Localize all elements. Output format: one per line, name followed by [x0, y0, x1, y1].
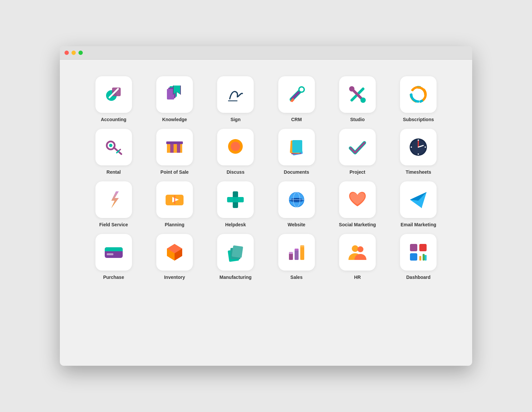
pos-label: Point of Sale — [161, 169, 189, 175]
svg-rect-49 — [227, 197, 244, 202]
svg-rect-78 — [410, 244, 417, 251]
accounting-icon — [95, 76, 132, 113]
sign-label: Sign — [230, 117, 240, 122]
app-documents[interactable]: Documents — [269, 129, 324, 175]
svg-rect-73 — [289, 252, 293, 254]
svg-rect-79 — [419, 244, 427, 251]
maximize-button[interactable] — [78, 51, 83, 55]
traffic-lights — [65, 51, 83, 55]
svg-rect-74 — [295, 249, 299, 251]
app-crm[interactable]: CRM — [269, 76, 324, 122]
close-button[interactable] — [65, 51, 69, 55]
svg-rect-80 — [410, 253, 417, 261]
app-timesheets[interactable]: Timesheets — [391, 129, 446, 175]
subscriptions-icon — [400, 76, 437, 113]
app-field-service[interactable]: Field Service — [86, 181, 141, 227]
email-marketing-label: Email Marketing — [401, 222, 436, 227]
svg-rect-81 — [419, 256, 421, 261]
app-hr[interactable]: HR — [330, 234, 384, 280]
planning-icon — [156, 181, 193, 218]
timesheets-icon — [400, 129, 437, 165]
field-service-icon — [95, 181, 132, 218]
svg-rect-70 — [289, 253, 293, 260]
manufacturing-label: Manufacturing — [219, 275, 251, 280]
subscriptions-label: Subscriptions — [403, 117, 434, 122]
svg-point-76 — [352, 245, 358, 252]
hr-icon — [339, 234, 376, 271]
app-project[interactable]: Project — [330, 129, 384, 175]
app-sign[interactable]: Sign — [208, 76, 263, 122]
svg-rect-83 — [425, 255, 427, 261]
svg-rect-25 — [180, 143, 182, 153]
pos-icon — [156, 129, 193, 165]
svg-point-28 — [231, 142, 240, 151]
sales-icon — [278, 234, 315, 271]
project-icon — [339, 129, 376, 165]
app-website[interactable]: Website — [269, 181, 324, 227]
app-social-marketing[interactable]: Social Marketing — [330, 181, 384, 227]
planning-label: Planning — [165, 222, 184, 227]
discuss-icon — [217, 129, 254, 165]
discuss-label: Discuss — [226, 169, 244, 175]
app-subscriptions[interactable]: Subscriptions — [391, 76, 446, 122]
crm-label: CRM — [291, 117, 302, 122]
minimize-button[interactable] — [71, 51, 76, 55]
website-label: Website — [288, 222, 305, 227]
svg-marker-42 — [111, 191, 119, 208]
app-purchase[interactable]: Purchase — [86, 234, 141, 280]
svg-point-40 — [425, 146, 426, 148]
inventory-icon — [156, 234, 193, 271]
app-knowledge[interactable]: Knowledge — [147, 76, 201, 122]
app-inventory[interactable]: Inventory — [147, 234, 201, 280]
app-grid: Accounting Knowledge — [60, 60, 472, 297]
svg-rect-62 — [107, 253, 113, 255]
purchase-icon — [95, 234, 132, 271]
sign-icon — [217, 76, 254, 113]
svg-point-37 — [418, 139, 419, 141]
dashboard-label: Dashboard — [406, 275, 431, 280]
svg-point-11 — [349, 86, 354, 92]
app-sales[interactable]: Sales — [269, 234, 324, 280]
purchase-label: Purchase — [103, 275, 124, 280]
app-helpdesk[interactable]: Helpdesk — [208, 181, 263, 227]
knowledge-icon — [156, 76, 193, 113]
svg-rect-1 — [112, 88, 121, 96]
app-studio[interactable]: Studio — [330, 76, 384, 122]
knowledge-label: Knowledge — [162, 117, 187, 122]
main-window: Accounting Knowledge — [60, 46, 472, 366]
sales-label: Sales — [290, 275, 303, 280]
documents-icon — [278, 129, 315, 165]
rental-label: Rental — [106, 169, 121, 175]
timesheets-label: Timesheets — [406, 169, 431, 175]
svg-point-8 — [300, 88, 304, 92]
app-accounting[interactable]: Accounting — [86, 76, 141, 122]
svg-point-77 — [357, 246, 363, 252]
svg-rect-32 — [292, 140, 302, 153]
helpdesk-icon — [217, 181, 254, 218]
app-email-marketing[interactable]: Email Marketing — [391, 181, 446, 227]
accounting-label: Accounting — [101, 117, 126, 122]
svg-point-39 — [411, 146, 412, 148]
rental-icon — [95, 129, 132, 165]
svg-line-16 — [114, 147, 121, 154]
app-dashboard[interactable]: Dashboard — [391, 234, 446, 280]
app-manufacturing[interactable]: Manufacturing — [208, 234, 263, 280]
manufacturing-icon — [217, 234, 254, 271]
titlebar — [60, 46, 472, 60]
svg-rect-26 — [166, 141, 183, 144]
field-service-label: Field Service — [99, 222, 128, 227]
app-planning[interactable]: Planning — [147, 181, 201, 227]
svg-rect-22 — [170, 143, 174, 153]
svg-rect-21 — [167, 143, 170, 153]
app-pos[interactable]: Point of Sale — [147, 129, 201, 175]
helpdesk-label: Helpdesk — [225, 222, 246, 227]
hr-label: HR — [354, 275, 361, 280]
svg-rect-61 — [105, 250, 123, 251]
svg-rect-72 — [300, 247, 304, 260]
svg-rect-71 — [295, 250, 299, 260]
app-discuss[interactable]: Discuss — [208, 129, 263, 175]
svg-point-12 — [360, 98, 366, 103]
crm-icon — [278, 76, 315, 113]
project-label: Project — [349, 169, 365, 175]
app-rental[interactable]: Rental — [86, 129, 141, 175]
